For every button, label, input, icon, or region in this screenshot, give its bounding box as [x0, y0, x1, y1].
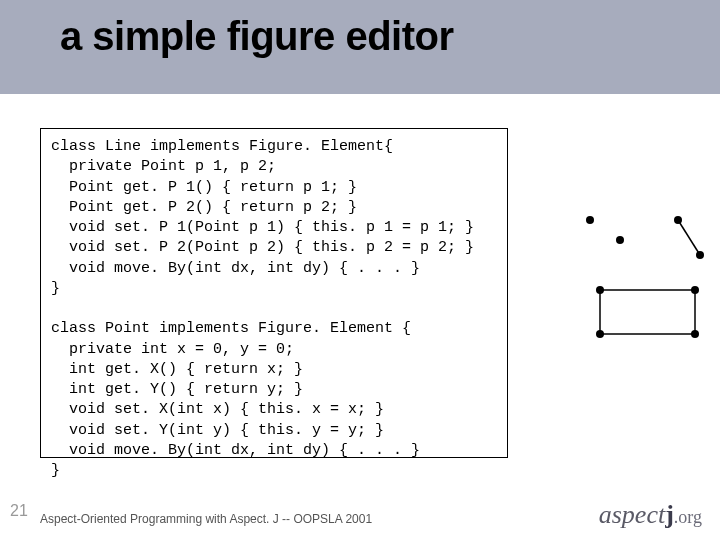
title-bar: a simple figure editor — [0, 0, 720, 94]
code-line: int get. X() { return x; } — [51, 361, 303, 378]
code-line: int get. Y() { return y; } — [51, 381, 303, 398]
point-icon — [586, 216, 594, 224]
point-icon — [674, 216, 682, 224]
figure-svg — [560, 190, 710, 354]
code-line: void move. By(int dx, int dy) { . . . } — [51, 442, 420, 459]
slide: a simple figure editor class Line implem… — [0, 0, 720, 540]
code-line: class Point implements Figure. Element { — [51, 320, 411, 337]
code-line: Point get. P 2() { return p 2; } — [51, 199, 357, 216]
code-box: class Line implements Figure. Element{ p… — [40, 128, 508, 458]
code-line: void set. X(int x) { this. x = x; } — [51, 401, 384, 418]
code-line: } — [51, 280, 60, 297]
point-icon — [691, 330, 699, 338]
line-segment — [678, 220, 700, 255]
logo: aspectj.org — [599, 500, 702, 530]
code-line: void move. By(int dx, int dy) { . . . } — [51, 260, 420, 277]
code-line: class Line implements Figure. Element{ — [51, 138, 393, 155]
point-icon — [596, 330, 604, 338]
figure-illustration — [560, 190, 710, 354]
logo-aspect: aspect — [599, 500, 665, 529]
rect-shape — [600, 290, 695, 334]
code-line: void set. P 2(Point p 2) { this. p 2 = p… — [51, 239, 474, 256]
code-line: } — [51, 462, 60, 479]
point-icon — [691, 286, 699, 294]
point-icon — [696, 251, 704, 259]
code-line: Point get. P 1() { return p 1; } — [51, 179, 357, 196]
slide-title: a simple figure editor — [60, 14, 454, 59]
code-line: private Point p 1, p 2; — [51, 158, 276, 175]
logo-org: .org — [674, 507, 702, 527]
page-number: 21 — [10, 502, 28, 520]
code-line: void set. P 1(Point p 1) { this. p 1 = p… — [51, 219, 474, 236]
point-icon — [596, 286, 604, 294]
code-line: void set. Y(int y) { this. y = y; } — [51, 422, 384, 439]
point-icon — [616, 236, 624, 244]
footer-text: Aspect-Oriented Programming with Aspect.… — [40, 512, 372, 526]
code-line: private int x = 0, y = 0; — [51, 341, 294, 358]
logo-j: j — [665, 500, 674, 529]
